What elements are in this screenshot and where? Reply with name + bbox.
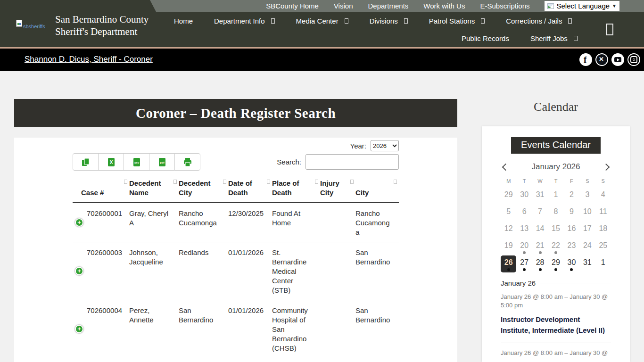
calendar-day[interactable]: 2 — [564, 188, 579, 205]
calendar-day[interactable]: 28 — [532, 255, 548, 272]
main-nav-row2: Public Records Sheriff Jobs — [462, 33, 578, 43]
dropdown-indicator-icon — [481, 18, 485, 24]
excel-button[interactable]: X — [98, 153, 124, 171]
calendar-day[interactable]: 5 — [501, 205, 516, 222]
print-icon — [183, 157, 192, 167]
calendar-day[interactable]: 23 — [564, 239, 579, 255]
events-calendar-banner: Events Calendar — [511, 137, 601, 154]
utility-link-work-with-us[interactable]: Work with Us — [423, 2, 465, 10]
column-header-case[interactable]: Case # — [73, 176, 129, 203]
calendar-day[interactable]: 30 — [564, 255, 579, 272]
search-icon[interactable] — [606, 24, 613, 35]
chevron-right-icon[interactable] — [603, 163, 610, 171]
calendar-day[interactable]: 29 — [548, 255, 563, 272]
calendar-day[interactable]: 11 — [595, 205, 611, 222]
sort-icon — [173, 180, 177, 184]
column-header-place-of-death[interactable]: Place of Death — [272, 176, 320, 203]
chevron-left-icon[interactable] — [502, 163, 510, 171]
calendar-day[interactable]: 13 — [516, 222, 532, 239]
utility-link-sbcounty-home[interactable]: SBCounty Home — [266, 2, 319, 10]
calendar-day[interactable]: 27 — [516, 255, 532, 272]
column-header-decedent-name[interactable]: Decedent Name — [129, 176, 179, 203]
death-register-card: Year: 2026 X csv pdf — [14, 138, 457, 362]
calendar-day[interactable]: 22 — [548, 239, 563, 255]
nav-item-sheriff-jobs[interactable]: Sheriff Jobs — [530, 34, 578, 42]
expand-row-button[interactable] — [75, 218, 83, 227]
nav-item-divisions[interactable]: Divisions — [370, 17, 408, 25]
page-title: Coroner – Death Register Search — [136, 106, 336, 121]
calendar-day[interactable]: 1 — [595, 255, 611, 272]
copy-button[interactable] — [73, 153, 99, 171]
calendar-day[interactable]: 18 — [595, 222, 611, 239]
dropdown-indicator-icon — [271, 18, 275, 24]
column-header-decedent-city[interactable]: Decedent City — [179, 176, 228, 203]
calendar-day[interactable]: 15 — [548, 222, 563, 239]
year-select[interactable]: 2026 — [371, 140, 399, 151]
calendar-day[interactable]: 14 — [532, 222, 548, 239]
excel-icon: X — [107, 157, 116, 167]
calendar-day[interactable]: 31 — [532, 188, 548, 205]
calendar-day[interactable]: 8 — [548, 205, 563, 222]
copy-icon — [81, 157, 91, 167]
column-header-date-of-death[interactable]: Date of Death — [228, 176, 272, 203]
youtube-icon[interactable] — [611, 53, 624, 66]
csv-button[interactable]: csv — [124, 153, 149, 171]
dropdown-indicator-icon — [568, 18, 572, 24]
calendar-day[interactable]: 10 — [579, 205, 595, 222]
facebook-icon[interactable] — [579, 53, 592, 66]
calendar-day[interactable]: 4 — [595, 188, 611, 205]
calendar-day[interactable]: 12 — [501, 222, 516, 239]
nav-item-corrections-jails[interactable]: Corrections / Jails — [506, 17, 572, 25]
calendar-day-header: T — [516, 177, 532, 188]
page-title-bar: Coroner – Death Register Search — [14, 99, 457, 127]
calendar-day[interactable]: 29 — [501, 188, 516, 205]
breadcrumb-link[interactable]: Shannon D. Dicus, Sheriff - Coroner — [25, 55, 153, 64]
event-dot — [539, 251, 542, 254]
svg-text:X: X — [109, 160, 113, 165]
calendar-day[interactable]: 1 — [548, 188, 563, 205]
sort-icon — [223, 180, 226, 184]
social-links — [579, 53, 640, 66]
table-header-row: Case # Decedent Name Decedent City Date … — [73, 176, 399, 203]
nav-item-public-records[interactable]: Public Records — [462, 34, 509, 42]
x-icon[interactable] — [595, 53, 608, 66]
pdf-button[interactable]: pdf — [149, 153, 175, 171]
column-header-city[interactable]: City — [355, 176, 399, 203]
event-title-link[interactable]: Instructor Development Institute, Interm… — [501, 314, 611, 336]
nav-item-home[interactable]: Home — [174, 17, 193, 25]
calendar-day[interactable]: 7 — [532, 205, 548, 222]
nav-item-department-info[interactable]: Department Info — [214, 17, 275, 25]
search-input[interactable] — [305, 154, 399, 170]
expand-row-button[interactable] — [75, 267, 83, 275]
expand-row-button[interactable] — [75, 325, 83, 333]
utility-link-vision[interactable]: Vision — [334, 2, 353, 10]
dropdown-indicator-icon — [574, 36, 578, 41]
language-selector[interactable]: Select Language ▼ — [545, 1, 619, 11]
calendar-day[interactable]: 21 — [532, 239, 548, 255]
instagram-icon[interactable] — [627, 53, 640, 66]
calendar-day[interactable]: 6 — [516, 205, 532, 222]
nav-item-patrol-stations[interactable]: Patrol Stations — [429, 17, 485, 25]
column-header-injury-city[interactable]: Injury City — [320, 176, 355, 203]
calendar-day[interactable]: 9 — [564, 205, 579, 222]
calendar-day[interactable]: 25 — [595, 239, 611, 255]
logo[interactable]: sbsheriffs logo — [16, 20, 46, 33]
nav-item-media-center[interactable]: Media Center — [296, 17, 348, 25]
calendar-day[interactable]: 30 — [516, 188, 532, 205]
calendar-day[interactable]: 24 — [579, 239, 595, 255]
calendar-day-selected[interactable]: 26 — [501, 255, 516, 272]
calendar-day[interactable]: 17 — [579, 222, 595, 239]
calendar-day[interactable]: 20 — [516, 239, 532, 255]
sort-icon — [315, 180, 318, 184]
calendar-day[interactable]: 3 — [579, 188, 595, 205]
utility-link-departments[interactable]: Departments — [368, 2, 408, 10]
calendar-month-label: January 2026 — [531, 162, 580, 172]
event-divider — [501, 343, 611, 343]
calendar-day[interactable]: 16 — [564, 222, 579, 239]
table-row: 702600005 Clark, Janet R Grand Terrace 0… — [73, 358, 399, 362]
calendar-day[interactable]: 31 — [579, 255, 595, 272]
calendar-day-header: S — [579, 177, 595, 188]
calendar-day[interactable]: 19 — [501, 239, 516, 255]
print-button[interactable] — [174, 153, 200, 171]
utility-link-e-subscriptions[interactable]: E-Subscriptions — [480, 2, 529, 10]
